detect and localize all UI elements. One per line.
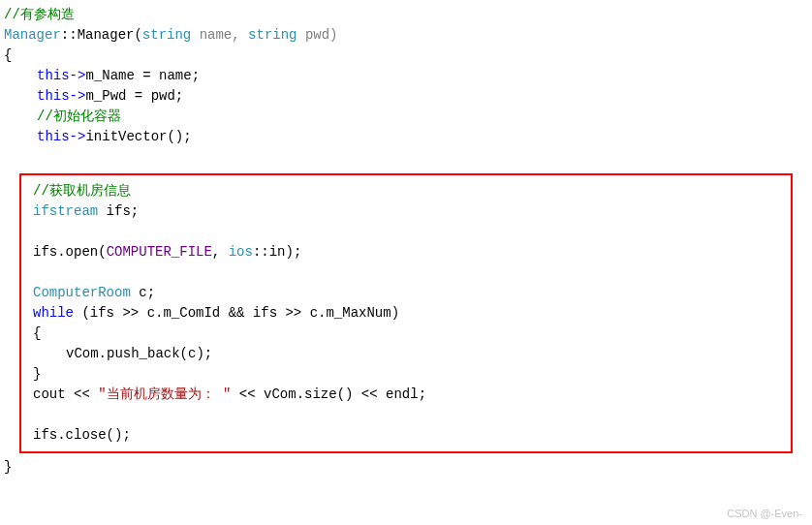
statement: ::in); — [253, 244, 301, 260]
code-line: ifs.open(COMPUTER_FILE, ios::in); — [33, 242, 779, 262]
comment-text: //初始化容器 — [37, 108, 121, 124]
code-line: } — [33, 364, 779, 385]
statement: vCom.push_back(c); — [66, 346, 212, 361]
statement: cout << — [33, 386, 98, 402]
statement: ifs.open( — [33, 244, 107, 260]
arrow-op: -> — [70, 129, 86, 144]
type-name: Manager — [4, 27, 61, 43]
arrow-op: -> — [70, 68, 86, 83]
condition: (ifs >> c.m_ComId && ifs >> c.m_MaxNum) — [74, 305, 399, 321]
keyword-this: this — [37, 88, 70, 104]
keyword-this: this — [37, 68, 70, 83]
arrow-op: -> — [70, 88, 86, 104]
type-name: ios — [229, 244, 253, 260]
code-line: Manager::Manager(string name, string pwd… — [2, 25, 810, 46]
keyword-while: while — [33, 305, 74, 321]
param-type: string — [142, 27, 191, 43]
code-line: { — [33, 324, 779, 344]
code-line: vCom.push_back(c); — [33, 344, 779, 364]
string-literal: "当前机房数量为： " — [98, 386, 231, 402]
blank-line — [33, 262, 779, 283]
ctor-name: Manager — [78, 27, 135, 43]
brace: } — [33, 366, 41, 382]
scope-op: :: — [61, 27, 78, 43]
code-line: cout << "当前机房数量为： " << vCom.size() << en… — [33, 385, 779, 405]
code-line: ifstream ifs; — [33, 201, 779, 222]
code-line: this->m_Pwd = pwd; — [2, 86, 810, 107]
param-name: pwd) — [297, 27, 338, 43]
macro-name: COMPUTER_FILE — [107, 244, 212, 260]
param-type: string — [248, 27, 297, 43]
brace: } — [4, 459, 12, 475]
code-line: //初始化容器 — [2, 107, 810, 127]
comma: , — [212, 244, 229, 260]
keyword-this: this — [37, 129, 70, 144]
code-line: //有参构造 — [2, 5, 810, 25]
statement: << vCom.size() << endl; — [231, 386, 426, 402]
comment-text: //有参构造 — [4, 7, 75, 22]
type-name: ifstream — [33, 203, 98, 219]
code-line: this->m_Name = name; — [2, 66, 810, 86]
statement: c; — [131, 285, 155, 300]
paren: ( — [134, 27, 141, 43]
brace: { — [4, 47, 12, 63]
comment-text: //获取机房信息 — [33, 183, 131, 199]
type-name: ComputerRoom — [33, 285, 131, 300]
code-line: ComputerRoom c; — [33, 283, 779, 303]
code-line: this->initVector(); — [2, 127, 810, 147]
blank-line — [33, 405, 779, 425]
code-line: } — [2, 457, 810, 478]
statement: ifs.close(); — [33, 427, 131, 443]
code-line: //获取机房信息 — [33, 181, 779, 201]
blank-line — [33, 222, 779, 242]
watermark: CSDN @-Even- — [727, 506, 802, 522]
statement: m_Pwd = pwd; — [85, 88, 183, 104]
code-line: while (ifs >> c.m_ComId && ifs >> c.m_Ma… — [33, 303, 779, 324]
statement: ifs; — [98, 203, 139, 219]
brace: { — [33, 325, 41, 341]
code-line: { — [2, 46, 810, 66]
statement: initVector(); — [85, 129, 191, 144]
highlighted-code-block: //获取机房信息 ifstream ifs; ifs.open(COMPUTER… — [19, 173, 793, 453]
statement: m_Name = name; — [85, 68, 200, 83]
param-name: name, — [191, 27, 248, 43]
blank-line — [2, 147, 810, 168]
code-line: ifs.close(); — [33, 425, 779, 446]
